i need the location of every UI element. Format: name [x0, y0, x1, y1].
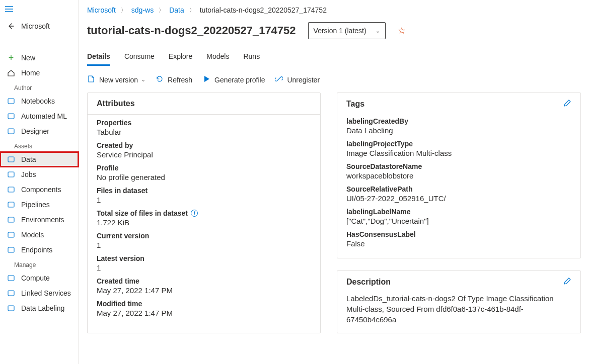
attribute-label: Current version — [97, 232, 311, 240]
back-link[interactable]: Microsoft — [0, 17, 79, 35]
tag-value: Image Classification Multi-class — [346, 149, 571, 157]
nav-icon — [7, 304, 15, 312]
tag-label: labelingCreatedBy — [346, 117, 571, 125]
attribute-row: PropertiesTabular — [97, 119, 311, 136]
svg-rect-10 — [8, 276, 14, 281]
breadcrumb-link[interactable]: sdg-ws — [131, 6, 154, 14]
home-icon — [7, 69, 15, 77]
sidebar-item-notebooks[interactable]: Notebooks — [0, 94, 79, 109]
unregister-button[interactable]: Unregister — [275, 75, 320, 84]
attribute-row: Total size of files in dataseti1.722 KiB — [97, 209, 311, 227]
tab-details[interactable]: Details — [87, 48, 110, 65]
tag-row: labelingCreatedByData Labeling — [346, 117, 571, 135]
sidebar-item-endpoints[interactable]: Endpoints — [0, 242, 79, 257]
attribute-value: 1 — [97, 241, 311, 249]
nav-icon — [7, 186, 15, 194]
sidebar-item-pipelines[interactable]: Pipelines — [0, 197, 79, 212]
nav-label: Endpoints — [21, 246, 52, 254]
version-dropdown[interactable]: Version 1 (latest) ⌄ — [308, 22, 386, 39]
nav-label: Data Labeling — [21, 304, 64, 312]
refresh-icon — [156, 75, 164, 84]
tag-label: SourceRelativePath — [346, 185, 571, 193]
attributes-header: Attributes — [88, 93, 320, 115]
section-author: Author — [0, 80, 79, 94]
attribute-value: 1.722 KiB — [97, 218, 311, 227]
svg-rect-8 — [8, 232, 14, 237]
nav-icon — [7, 155, 15, 163]
attribute-row: Modified timeMay 27, 2022 1:47 PM — [97, 300, 311, 317]
tag-value: UI/05-27-2022_052916_UTC/ — [346, 194, 571, 203]
sidebar-item-data[interactable]: Data — [0, 152, 79, 167]
attributes-card: Attributes PropertiesTabularCreated bySe… — [87, 93, 321, 333]
breadcrumb: Microsoft 〉 sdg-ws 〉 Data 〉 tutorial-cat… — [87, 6, 581, 14]
nav-label: Linked Services — [21, 289, 71, 297]
attribute-value: Service Principal — [97, 150, 311, 159]
attribute-label: Created time — [97, 277, 311, 285]
edit-description-icon[interactable] — [563, 277, 571, 287]
back-label: Microsoft — [21, 22, 50, 30]
tag-label: labelingProjectType — [346, 140, 571, 148]
tab-consume[interactable]: Consume — [124, 48, 155, 65]
sidebar-item-linked-services[interactable]: Linked Services — [0, 286, 79, 301]
tag-label: HasConsensusLabel — [346, 230, 571, 238]
nav-label: Automated ML — [21, 112, 67, 120]
sidebar-item-designer[interactable]: Designer — [0, 124, 79, 139]
svg-rect-9 — [8, 247, 14, 252]
nav-icon — [7, 112, 15, 120]
sidebar-item-automated-ml[interactable]: Automated ML — [0, 109, 79, 124]
svg-rect-11 — [8, 291, 14, 296]
svg-rect-7 — [8, 217, 14, 222]
attribute-row: Files in dataset1 — [97, 187, 311, 204]
tag-value: Data Labeling — [346, 126, 571, 135]
nav-label: Environments — [21, 216, 64, 224]
sidebar: Microsoft + New Home Author NotebooksAut… — [0, 0, 79, 364]
nav-icon — [7, 97, 15, 105]
sidebar-item-components[interactable]: Components — [0, 182, 79, 197]
svg-rect-2 — [8, 129, 14, 134]
nav-label: Components — [21, 186, 61, 194]
description-header: Description — [346, 278, 391, 287]
tab-explore[interactable]: Explore — [169, 48, 192, 65]
tag-row: SourceRelativePathUI/05-27-2022_052916_U… — [346, 185, 571, 203]
tab-models[interactable]: Models — [206, 48, 229, 65]
tag-label: labelingLabelName — [346, 208, 571, 216]
attribute-row: Current version1 — [97, 232, 311, 249]
description-card: Description LabeledDs_tutorial-cats-n-do… — [337, 270, 581, 333]
play-icon — [202, 75, 210, 84]
info-icon[interactable]: i — [191, 210, 198, 217]
attribute-label: Profile — [97, 164, 311, 172]
sidebar-item-new[interactable]: + New — [0, 50, 79, 65]
new-version-button[interactable]: New version ⌄ — [87, 75, 145, 84]
sidebar-item-models[interactable]: Models — [0, 227, 79, 242]
chevron-right-icon: 〉 — [121, 7, 126, 14]
tag-row: labelingLabelName["Cat","Dog","Uncertain… — [346, 208, 571, 225]
breadcrumb-link[interactable]: Microsoft — [87, 6, 116, 14]
attribute-row: Latest version1 — [97, 254, 311, 272]
version-label: Version 1 (latest) — [314, 27, 366, 35]
hamburger-icon[interactable] — [0, 1, 79, 17]
svg-rect-5 — [8, 187, 14, 192]
nav-label: Designer — [21, 127, 49, 135]
sidebar-item-environments[interactable]: Environments — [0, 212, 79, 227]
attribute-label: Properties — [97, 119, 311, 127]
sidebar-item-data-labeling[interactable]: Data Labeling — [0, 301, 79, 316]
attribute-label: Files in dataset — [97, 187, 311, 195]
page-title: tutorial-cats-n-dogs2_20220527_174752 — [87, 24, 296, 37]
breadcrumb-current: tutorial-cats-n-dogs2_20220527_174752 — [200, 6, 327, 14]
attribute-label: Created by — [97, 141, 311, 149]
chevron-down-icon: ⌄ — [376, 28, 380, 34]
generate-profile-button[interactable]: Generate profile — [202, 75, 265, 84]
nav-icon — [7, 246, 15, 254]
refresh-button[interactable]: Refresh — [156, 75, 192, 84]
nav-icon — [7, 216, 15, 224]
nav-icon — [7, 170, 15, 178]
tab-runs[interactable]: Runs — [243, 48, 260, 65]
breadcrumb-link[interactable]: Data — [169, 6, 184, 14]
svg-rect-12 — [8, 306, 14, 311]
sidebar-item-home[interactable]: Home — [0, 65, 79, 80]
edit-tags-icon[interactable] — [563, 99, 571, 109]
favorite-star-icon[interactable]: ☆ — [398, 25, 406, 36]
sidebar-item-jobs[interactable]: Jobs — [0, 167, 79, 182]
main-content: Microsoft 〉 sdg-ws 〉 Data 〉 tutorial-cat… — [79, 0, 589, 364]
sidebar-item-compute[interactable]: Compute — [0, 270, 79, 286]
